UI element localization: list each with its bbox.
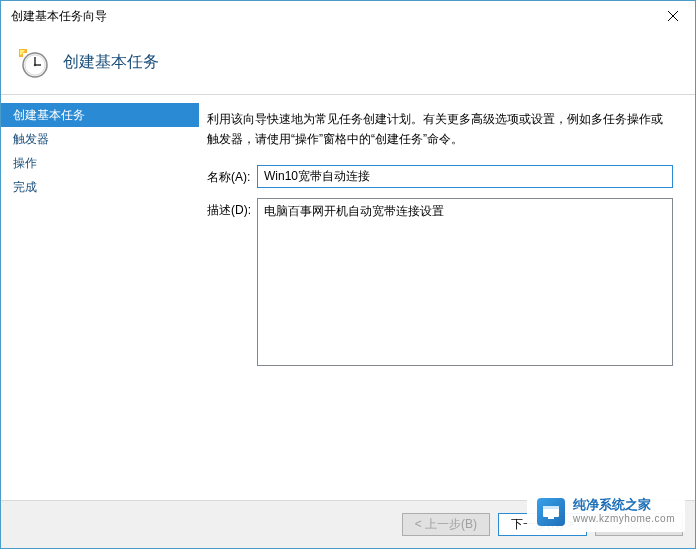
titlebar: 创建基本任务向导 — [1, 1, 695, 31]
name-row: 名称(A): — [207, 165, 673, 188]
page-title: 创建基本任务 — [63, 52, 159, 73]
name-label: 名称(A): — [207, 165, 257, 186]
content-panel: 利用该向导快速地为常见任务创建计划。有关更多高级选项或设置，例如多任务操作或触发… — [199, 95, 695, 500]
close-icon — [668, 11, 678, 21]
step-action[interactable]: 操作 — [1, 151, 199, 175]
step-create-basic-task[interactable]: 创建基本任务 — [1, 103, 199, 127]
body: 创建基本任务 触发器 操作 完成 利用该向导快速地为常见任务创建计划。有关更多高… — [1, 95, 695, 500]
footer: < 上一步(B) 下一步(N) > 取消 — [1, 500, 695, 548]
step-finish[interactable]: 完成 — [1, 175, 199, 199]
intro-text: 利用该向导快速地为常见任务创建计划。有关更多高级选项或设置，例如多任务操作或触发… — [207, 109, 673, 149]
next-button[interactable]: 下一步(N) > — [498, 513, 587, 536]
step-sidebar: 创建基本任务 触发器 操作 完成 — [1, 95, 199, 500]
name-input[interactable] — [257, 165, 673, 188]
description-row: 描述(D): — [207, 198, 673, 369]
description-textarea[interactable] — [257, 198, 673, 366]
close-button[interactable] — [651, 1, 695, 31]
wizard-window: 创建基本任务向导 创建基本任务 创建基本任务 触发器 操作 完成 — [0, 0, 696, 549]
header: 创建基本任务 — [1, 31, 695, 95]
svg-point-6 — [34, 63, 36, 65]
task-clock-icon — [17, 47, 49, 79]
window-title: 创建基本任务向导 — [11, 8, 651, 25]
description-label: 描述(D): — [207, 198, 257, 219]
cancel-button[interactable]: 取消 — [595, 513, 683, 536]
back-button[interactable]: < 上一步(B) — [402, 513, 490, 536]
step-trigger[interactable]: 触发器 — [1, 127, 199, 151]
